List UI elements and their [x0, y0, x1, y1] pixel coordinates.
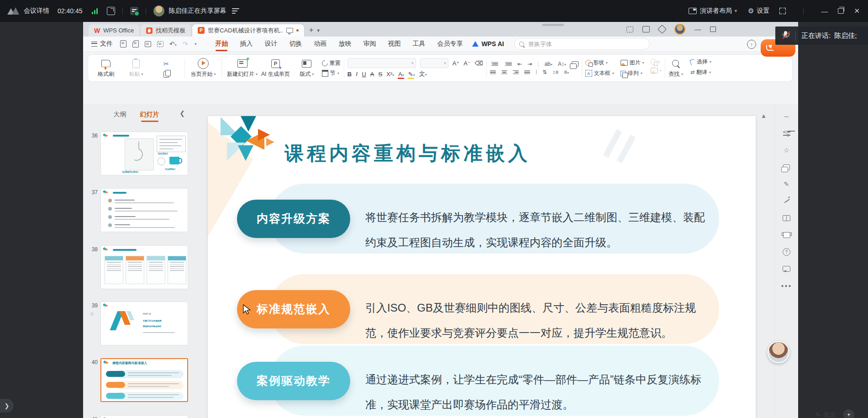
translate-button[interactable]: ⇄翻译▾: [690, 69, 711, 76]
clear-format-button[interactable]: ⌫: [475, 60, 483, 67]
slide-thumbnail-38[interactable]: 38: [83, 245, 189, 290]
transition-switch-icon[interactable]: [783, 163, 791, 171]
upload-cloud-icon[interactable]: ↑: [747, 40, 756, 49]
tab-list-caret[interactable]: ▼: [316, 28, 321, 33]
menu-design[interactable]: 设计: [258, 37, 283, 51]
menu-member[interactable]: 会员专享: [431, 37, 468, 51]
command-search[interactable]: [514, 38, 650, 50]
help-icon[interactable]: ?: [783, 248, 791, 256]
annotate-circle-button[interactable]: +: [843, 409, 854, 418]
menu-transition[interactable]: 切换: [283, 37, 308, 51]
slide-canvas[interactable]: 课程内容重构与标准嵌入 内容升级方案 将世赛任务书拆解为教学模块，逐章节嵌入二维…: [208, 116, 756, 418]
arrange-button[interactable]: 排列▾: [621, 69, 644, 77]
bold-button[interactable]: B: [347, 71, 352, 78]
text-direction-button[interactable]: ab▾: [544, 61, 552, 67]
tab-docer-templates[interactable]: 找稻壳模板: [141, 24, 191, 37]
picture-button[interactable]: 图片▾: [621, 59, 644, 67]
object-properties-icon[interactable]: [783, 129, 791, 138]
window-drag-handle[interactable]: [542, 24, 564, 26]
format-painter-button[interactable]: 格式刷: [91, 58, 121, 78]
underline-button[interactable]: U: [362, 71, 366, 78]
menu-animation[interactable]: 动画: [308, 37, 332, 51]
slide-thumbnail-40-selected[interactable]: 40 课程内容重构与标准嵌入: [83, 358, 189, 402]
save-icon[interactable]: [120, 40, 126, 48]
undo-button[interactable]: ↶▾: [169, 40, 177, 48]
align-center-button[interactable]: [501, 70, 507, 74]
justify-button[interactable]: [524, 70, 530, 74]
numbered-list-button[interactable]: [504, 62, 512, 66]
annotate-button[interactable]: 批注: [824, 411, 836, 418]
char-strike-button[interactable]: A: [370, 71, 374, 78]
cut-copy-stack[interactable]: ✂: [151, 58, 181, 78]
scroll-up-button[interactable]: ▲: [761, 112, 767, 119]
select-button[interactable]: 选择▾: [690, 58, 711, 66]
strikethrough-button[interactable]: S: [378, 71, 382, 78]
align-left-button[interactable]: [490, 70, 496, 74]
italic-button[interactable]: I: [356, 70, 358, 78]
print-icon[interactable]: [145, 41, 151, 47]
line-spacing-button[interactable]: ⇅: [542, 69, 547, 75]
slide-thumbnail-36[interactable]: 36 【加印图纸】: [83, 132, 189, 176]
align-right-button[interactable]: [513, 70, 519, 74]
phonetic-button[interactable]: 文▾: [419, 70, 427, 78]
participant-video-bubble[interactable]: [768, 341, 789, 363]
font-name-select[interactable]: ▾: [347, 58, 416, 68]
line-options-button[interactable]: ≡▾: [564, 69, 569, 75]
settings-button[interactable]: ⚙ 设置: [748, 7, 769, 15]
magic-wand-icon[interactable]: [783, 197, 791, 205]
textbox-button[interactable]: A文本框▾: [585, 69, 614, 77]
comment-icon[interactable]: [783, 265, 791, 273]
outdent-button[interactable]: ⇤: [517, 61, 522, 67]
layout-button[interactable]: 版式▾: [292, 58, 322, 78]
new-slide-button[interactable]: 新建幻灯片▾: [225, 58, 259, 78]
tab-wps-office[interactable]: W WPS Office: [89, 24, 139, 37]
paste-button[interactable]: 粘贴▾: [121, 58, 151, 78]
collapse-strip-icon[interactable]: ─: [783, 112, 791, 121]
play-from-page-button[interactable]: 当页开始▾: [188, 58, 218, 78]
wps-minimize-button[interactable]: —: [694, 26, 701, 33]
wps-restore-button[interactable]: [710, 26, 716, 32]
text-sort-button[interactable]: A↕▾: [558, 61, 566, 67]
side-panel-toggle[interactable]: ❯: [0, 399, 14, 413]
share-export-icon[interactable]: [107, 7, 115, 15]
wps-doc-icon[interactable]: [130, 7, 138, 15]
more-icon[interactable]: ●●●: [783, 281, 791, 290]
section-button[interactable]: 节▾: [322, 69, 341, 77]
collapse-panel-button[interactable]: ❮: [179, 110, 185, 117]
wps-ai-button[interactable]: WPS AI: [472, 40, 504, 48]
capture-icon[interactable]: [626, 26, 633, 32]
fullscreen-button[interactable]: [779, 8, 786, 14]
tab-slides[interactable]: 幻灯片: [140, 111, 159, 119]
animation-star-icon[interactable]: ☆: [783, 146, 791, 154]
print-preview-icon[interactable]: [157, 41, 163, 47]
menu-review[interactable]: 审阅: [357, 37, 382, 51]
para-spacing-button[interactable]: ↕≡: [552, 69, 558, 75]
menu-slideshow[interactable]: 放映: [332, 37, 357, 51]
tab-current-document[interactable]: P 世赛CAD机械设计赛项有机..: [192, 24, 304, 37]
slide-thumbnail-37[interactable]: 37: [83, 188, 189, 233]
decrease-font-button[interactable]: A⁻: [463, 60, 471, 67]
font-size-select[interactable]: ▾: [420, 58, 448, 68]
slide-thumbnail-41[interactable]: 41: [83, 415, 189, 418]
account-avatar[interactable]: [674, 24, 685, 35]
bullet-list-button[interactable]: [490, 62, 498, 66]
star-icon[interactable]: ☆: [89, 311, 95, 317]
reading-search-icon[interactable]: [783, 214, 791, 222]
highlight-button[interactable]: ✎▾: [408, 71, 415, 78]
font-color-button[interactable]: A▾: [398, 71, 404, 78]
ai-generate-page-button[interactable]: P AI 生成单页: [259, 58, 292, 78]
meeting-detail-button[interactable]: 会议详情: [24, 7, 49, 15]
close-button[interactable]: ✕: [854, 7, 860, 15]
share-list-icon[interactable]: [232, 8, 239, 14]
minimize-button[interactable]: —: [821, 7, 828, 15]
superscript-button[interactable]: X²▾: [386, 71, 394, 78]
layout-switch-button[interactable]: 演讲者布局 ▼: [689, 7, 738, 15]
output-icon[interactable]: [132, 40, 139, 48]
menu-tools[interactable]: 工具: [406, 37, 431, 51]
menu-file[interactable]: 文件: [91, 40, 113, 48]
new-tab-button[interactable]: +: [309, 26, 314, 35]
indent-button[interactable]: ⇥: [527, 61, 532, 67]
skin-theme-icon[interactable]: [783, 231, 791, 239]
format-brush-icon[interactable]: ✎: [783, 180, 791, 188]
distribute-button[interactable]: ⦙: [536, 69, 537, 75]
